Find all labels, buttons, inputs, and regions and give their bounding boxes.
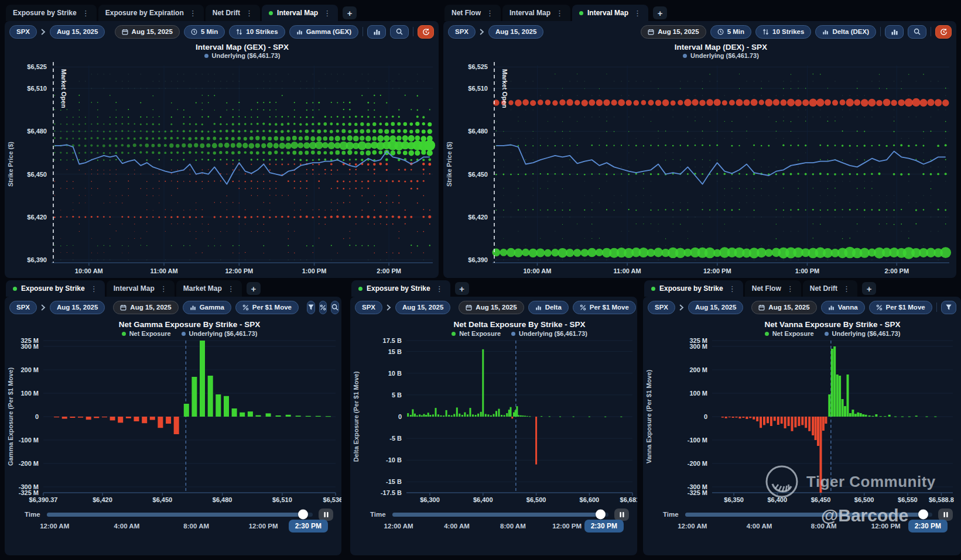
svg-text:-200 M: -200 M	[19, 460, 39, 467]
chart-canvas-delta[interactable]: 17.5 B15 B10 B5 B0-5 B-10 B-15 B-17.5 B$…	[350, 336, 637, 504]
time-slider-track[interactable]	[685, 513, 932, 517]
filter-button[interactable]	[941, 301, 957, 314]
time-slider-thumb[interactable]	[298, 510, 308, 520]
tab-menu-icon[interactable]: ⋮	[634, 9, 641, 18]
tab-menu-icon[interactable]: ⋮	[436, 284, 443, 293]
tab-interval-map[interactable]: Interval Map⋮	[107, 280, 175, 297]
expiry-pill[interactable]: Aug 15, 2025	[50, 301, 105, 314]
expiry-pill[interactable]: Aug 15, 2025	[395, 301, 450, 314]
pause-button[interactable]	[938, 509, 953, 521]
metric-pill[interactable]: Delta	[528, 301, 569, 314]
filter-button[interactable]	[307, 301, 315, 314]
chevron-right-icon	[480, 29, 484, 35]
tab-net-drift[interactable]: Net Drift⋮	[803, 280, 857, 297]
tab-menu-icon[interactable]: ⋮	[786, 284, 794, 293]
svg-text:$6,400: $6,400	[767, 496, 787, 503]
bars-icon	[190, 304, 196, 311]
zoom-button[interactable]	[331, 301, 339, 314]
expiry-pill[interactable]: Aug 15, 2025	[488, 25, 543, 39]
time-tick-label: 8:00 AM	[811, 523, 837, 530]
time-slider-zone: Time12:00 AM4:00 AM8:00 AM12:00 PM2:30 P…	[5, 506, 341, 541]
svg-text:Gamma Exposure (Per $1 Move): Gamma Exposure (Per $1 Move)	[7, 367, 14, 466]
chart-canvas-gamma[interactable]: 325 M300 M200 M100 M0-100 M-200 M-300 M-…	[5, 336, 341, 504]
add-tab-button[interactable]: +	[862, 282, 876, 295]
tab-net-flow[interactable]: Net Flow⋮	[444, 5, 501, 21]
tab-menu-icon[interactable]: ⋮	[486, 9, 494, 18]
tab-exposure-by-strike[interactable]: Exposure by Strike⋮	[6, 280, 105, 297]
tab-menu-icon[interactable]: ⋮	[729, 284, 736, 293]
svg-text:$6,450: $6,450	[468, 171, 488, 178]
add-tab-button[interactable]: +	[653, 6, 667, 19]
tab-exposure-by-strike[interactable]: Exposure by Strike⋮	[644, 280, 743, 297]
trade-date-pill[interactable]: Aug 15, 2025	[751, 301, 816, 314]
time-slider-track[interactable]	[392, 513, 608, 517]
tab-menu-icon[interactable]: ⋮	[90, 284, 98, 293]
svg-text:-325 M: -325 M	[19, 489, 39, 496]
trade-date-pill[interactable]: Aug 15, 2025	[641, 25, 706, 39]
tab-menu-icon[interactable]: ⋮	[843, 284, 850, 293]
tab-menu-icon[interactable]: ⋮	[245, 9, 253, 18]
tab-menu-icon[interactable]: ⋮	[160, 284, 167, 293]
tab-interval-map[interactable]: Interval Map⋮	[262, 5, 338, 21]
tab-net-drift[interactable]: Net Drift⋮	[206, 5, 260, 21]
time-slider-thumb[interactable]	[596, 510, 606, 520]
tab-exposure-by-expiration[interactable]: Exposure by Expiration⋮	[98, 5, 204, 21]
time-slider-track[interactable]	[47, 513, 313, 517]
symbol-pill[interactable]: SPX	[9, 25, 37, 39]
trade-date-pill[interactable]: Aug 15, 2025	[115, 25, 180, 39]
tab-market-map[interactable]: Market Map⋮	[176, 280, 242, 297]
tab-interval-map[interactable]: Interval Map⋮	[572, 5, 648, 21]
reset-button[interactable]	[418, 25, 434, 39]
add-tab-button[interactable]: +	[343, 6, 357, 19]
tab-exposure-by-strike[interactable]: Exposure by Strike⋮	[351, 280, 450, 297]
tab-menu-icon[interactable]: ⋮	[82, 9, 90, 18]
strikes-pill[interactable]: 10 Strikes	[229, 25, 285, 39]
pause-button[interactable]	[319, 509, 333, 521]
strikes-pill[interactable]: 10 Strikes	[755, 25, 811, 39]
chart-style-button[interactable]	[885, 25, 904, 39]
tab-menu-icon[interactable]: ⋮	[227, 284, 235, 293]
percent-icon	[876, 304, 883, 311]
chart-canvas-dex[interactable]: $6,525$6,510$6,480$6,450$6,420$6,39010:0…	[443, 59, 956, 278]
pause-button[interactable]	[614, 509, 629, 521]
percent-toggle-button[interactable]	[319, 301, 327, 314]
tab-interval-map[interactable]: Interval Map⋮	[502, 5, 570, 21]
tab-exposure-by-strike[interactable]: Exposure by Strike⋮	[6, 5, 97, 21]
trade-date-pill[interactable]: Aug 15, 2025	[113, 301, 178, 314]
add-tab-button[interactable]: +	[247, 282, 261, 295]
add-tab-button[interactable]: +	[455, 282, 469, 295]
per-move-pill[interactable]: Per $1 Move	[869, 301, 932, 314]
metric-pill[interactable]: Gamma	[183, 301, 231, 314]
per-move-pill[interactable]: Per $1 Move	[573, 301, 636, 314]
tab-menu-icon[interactable]: ⋮	[556, 9, 563, 18]
expiry-pill[interactable]: Aug 15, 2025	[688, 301, 743, 314]
reset-button[interactable]	[935, 25, 952, 39]
symbol-pill[interactable]: SPX	[9, 301, 37, 314]
per-move-pill-label: Per $1 Move	[590, 304, 629, 311]
chart-canvas-gex[interactable]: $6,525$6,510$6,480$6,450$6,420$6,39010:0…	[5, 59, 439, 278]
symbol-pill[interactable]: SPX	[648, 301, 675, 314]
time-slider-thumb[interactable]	[918, 510, 928, 520]
chart-style-button[interactable]	[367, 25, 386, 39]
symbol-pill[interactable]: SPX	[355, 301, 382, 314]
expiry-pill[interactable]: Aug 15, 2025	[50, 25, 105, 39]
tab-menu-icon[interactable]: ⋮	[189, 9, 197, 18]
tab-menu-icon[interactable]: ⋮	[323, 9, 331, 18]
per-move-pill[interactable]: Per $1 Move	[235, 301, 299, 314]
metric-pill[interactable]: Vanna	[821, 301, 865, 314]
interval-pill[interactable]: 5 Min	[710, 25, 751, 39]
symbol-pill[interactable]: SPX	[448, 25, 476, 39]
chart-canvas-vanna[interactable]: 325 M300 M200 M100 M0-100 M-200 M-300 M-…	[643, 336, 961, 504]
metric-pill[interactable]: Gamma (GEX)	[289, 25, 358, 39]
zoom-button[interactable]	[390, 25, 409, 39]
metric-pill-label: Vanna	[838, 304, 858, 311]
interval-pill[interactable]: 5 Min	[184, 25, 225, 39]
time-slider-label: Time	[663, 511, 679, 518]
trade-date-pill[interactable]: Aug 15, 2025	[459, 301, 524, 314]
metric-pill[interactable]: Delta (DEX)	[815, 25, 876, 39]
active-tab-dot-icon	[579, 11, 583, 15]
zoom-button[interactable]	[908, 25, 926, 39]
chevron-right-icon	[41, 304, 46, 311]
tab-net-flow[interactable]: Net Flow⋮	[745, 280, 801, 297]
percent-icon	[580, 304, 586, 311]
